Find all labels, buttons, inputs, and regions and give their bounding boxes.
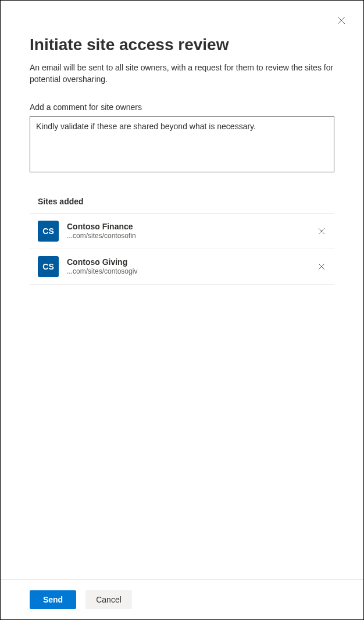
- site-initials-icon: CS: [38, 221, 59, 242]
- comment-label: Add a comment for site owners: [30, 102, 334, 112]
- site-row: CS Contoso Giving ...com/sites/contosogi…: [30, 249, 334, 285]
- sites-heading: Sites added: [30, 197, 334, 214]
- send-button[interactable]: Send: [30, 590, 76, 609]
- site-name: Contoso Giving: [67, 257, 315, 267]
- close-button[interactable]: [336, 15, 347, 26]
- dialog-content: Initiate site access review An email wil…: [1, 1, 363, 579]
- close-icon: [318, 228, 325, 235]
- site-info: Contoso Giving ...com/sites/contosogiv: [67, 257, 315, 277]
- site-url: ...com/sites/contosofin: [67, 232, 315, 241]
- site-url: ...com/sites/contosogiv: [67, 267, 315, 277]
- site-initials-icon: CS: [38, 256, 59, 277]
- site-info: Contoso Finance ...com/sites/contosofin: [67, 221, 315, 241]
- remove-site-button[interactable]: [315, 224, 329, 238]
- site-row: CS Contoso Finance ...com/sites/contosof…: [30, 214, 334, 249]
- site-name: Contoso Finance: [67, 221, 315, 232]
- remove-site-button[interactable]: [315, 260, 329, 274]
- cancel-button[interactable]: Cancel: [85, 590, 132, 609]
- sites-section: Sites added CS Contoso Finance ...com/si…: [30, 197, 334, 285]
- close-icon: [318, 263, 325, 270]
- dialog-footer: Send Cancel: [1, 579, 363, 619]
- close-icon: [337, 16, 345, 24]
- comment-input[interactable]: [30, 116, 334, 172]
- dialog-title: Initiate site access review: [30, 36, 334, 54]
- dialog-description: An email will be sent to all site owners…: [30, 62, 334, 85]
